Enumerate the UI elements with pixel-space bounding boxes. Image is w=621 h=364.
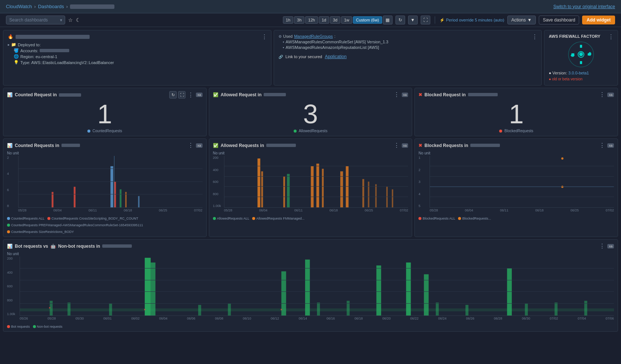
panel3-menu[interactable]: ⋮ — [607, 33, 615, 40]
metric-row: 📊 Counted Request in ↻ ⛶ ⋮ xa 1 CountedR… — [3, 88, 618, 136]
switch-interface-link[interactable]: Switch to your original interface — [553, 4, 615, 9]
beta-row: ● old or beta version — [549, 76, 613, 81]
fullscreen-btn[interactable]: ⛶ — [421, 16, 430, 24]
blocked-chart-actions: ⋮ xa — [598, 142, 614, 149]
counted-chart-menu-btn[interactable]: ⋮ — [187, 142, 194, 149]
counted-fullscreen-btn[interactable]: ⛶ — [178, 91, 186, 98]
blocked-bars-svg — [430, 156, 614, 207]
counted-icon: 📊 — [7, 92, 13, 97]
panel3-menu-btn[interactable]: ⋮ — [607, 33, 615, 40]
svg-rect-30 — [375, 184, 377, 207]
svg-rect-56 — [584, 301, 587, 315]
blocked-xa-badge: xa — [607, 93, 614, 97]
svg-rect-54 — [525, 304, 528, 315]
allowed-title: ✅ Allowed Request in — [213, 92, 286, 97]
time-btn-group: 1h 3h 12h 1d 3d 1w Custom (6w) ▦ — [283, 16, 393, 24]
allowed-request-metric: ✅ Allowed Request in ⋮ xa 3 AllowedReque… — [209, 88, 413, 136]
fire-icon: 🔥 — [8, 34, 13, 39]
actions-button[interactable]: Actions ▼ — [507, 16, 536, 24]
blocked-chart-panel: ✖ Blocked Requests in ⋮ xa No unit 5 4 3… — [414, 138, 618, 237]
accounts-blur — [40, 49, 69, 52]
cloudwatch-link[interactable]: CloudWatch — [6, 4, 32, 9]
svg-rect-16 — [120, 189, 121, 207]
allowed-value: 3 — [213, 100, 408, 127]
svg-rect-46 — [67, 303, 70, 315]
blocked-chart-subtitle: No unit — [418, 151, 614, 155]
counted-chart-header: 📊 Counted Requests in ⋮ xa — [7, 142, 203, 149]
svg-rect-36 — [145, 258, 151, 315]
allowed-chart-inner — [224, 156, 408, 208]
secured-link-row: 🔗 Link to your secured Application — [278, 54, 537, 59]
main-content: ⋮ 🔥 ▸ 📁 Deployed to: 🪣 Accounts: 🌐 Regio… — [0, 27, 621, 335]
counted-bars-svg — [19, 156, 203, 207]
allowed-x-labels: 05/28 06/04 06/11 06/18 06/25 07/02 — [224, 208, 408, 215]
panel1-menu[interactable]: ⋮ — [261, 33, 268, 40]
dashboards-link[interactable]: Dashboards — [38, 4, 64, 9]
svg-rect-37 — [151, 263, 156, 315]
allowed-chart-title: ✅ Allowed Requests in — [213, 143, 296, 148]
rule2-item: • AWSManagedRulesAmazonIpReputationList … — [278, 45, 537, 50]
toolbar-divider — [435, 16, 435, 24]
star-icon[interactable]: ☆ — [68, 17, 73, 23]
breadcrumb-sep1: › — [34, 4, 36, 9]
gear-icon-container: ⚙ — [549, 41, 613, 67]
blocked-chart-area: 5 4 3 2 1 — [418, 156, 614, 215]
counted-chart-panel: 📊 Counted Requests in ⋮ xa No unit 8 6 4… — [3, 138, 207, 237]
account-icon: 🪣 — [14, 48, 19, 53]
refresh-btn[interactable]: ↻ — [395, 16, 405, 24]
time-1w[interactable]: 1w — [341, 16, 352, 24]
accounts-item: 🪣 Accounts: — [8, 48, 267, 53]
toolbar-right: 1h 3h 12h 1d 3d 1w Custom (6w) ▦ ↻ ▼ ⛶ ⚡… — [283, 16, 615, 24]
blocked-chart-title: ✖ Blocked Requests in — [418, 143, 500, 148]
time-custom[interactable]: Custom (6w) — [353, 16, 382, 24]
blocked-menu-btn[interactable]: ⋮ — [598, 91, 606, 98]
rule1-item: • AWSManagedRulesCommonRuleSet [AWS] Ver… — [278, 40, 537, 44]
blocked-chart-inner — [430, 156, 614, 208]
time-1h[interactable]: 1h — [283, 16, 293, 24]
time-1d[interactable]: 1d — [319, 16, 329, 24]
bot-chart-actions: ⋮ xa — [598, 243, 614, 250]
counted-y-labels: 8 6 4 2 — [7, 156, 17, 208]
blocked-title-blur — [468, 93, 498, 96]
panel2-menu-btn[interactable]: ⋮ — [531, 33, 538, 40]
moon-icon[interactable]: ☾ — [76, 17, 81, 23]
bot-chart-inner — [20, 257, 614, 316]
allowed-chart-panel: ✅ Allowed Requests in ⋮ xa No unit 1.00k… — [209, 138, 413, 237]
allowed-chart-header: ✅ Allowed Requests in ⋮ xa — [213, 142, 408, 149]
counted-chart-icon: 📊 — [7, 143, 13, 148]
globe-icon: 🌐 — [14, 54, 19, 59]
counted-refresh-btn[interactable]: ↻ — [169, 91, 177, 98]
bot-chart-menu-btn[interactable]: ⋮ — [598, 243, 606, 250]
calendar-icon-btn[interactable]: ▦ — [383, 16, 393, 24]
time-12h[interactable]: 12h — [305, 16, 318, 24]
blocked-chart-menu-btn[interactable]: ⋮ — [598, 142, 606, 149]
search-input[interactable] — [6, 16, 65, 24]
blocked-x-icon: ✖ — [418, 92, 422, 97]
svg-rect-49 — [228, 304, 231, 315]
blocked-request-metric: ✖ Blocked Request in ⋮ xa 1 BlockedReque… — [414, 88, 618, 136]
allowed-chart-menu-btn[interactable]: ⋮ — [393, 142, 400, 149]
svg-point-58 — [144, 309, 146, 310]
panel2-menu[interactable]: ⋮ — [531, 33, 538, 40]
svg-rect-3 — [580, 45, 582, 48]
counted-xa-badge: xa — [196, 93, 203, 97]
svg-point-59 — [281, 309, 282, 310]
allowed-actions: ⋮ xa — [393, 91, 408, 98]
bot-chart-xa: xa — [607, 244, 614, 248]
time-3h[interactable]: 3h — [294, 16, 304, 24]
filter-btn[interactable]: ▼ — [408, 16, 418, 24]
allowed-chart-area: 1.00k 800 600 400 200 — [213, 156, 408, 215]
svg-rect-28 — [362, 179, 364, 207]
allowed-chart-subtitle: No unit — [213, 151, 408, 155]
allowed-legend-dot — [294, 130, 297, 133]
bot-chart-header: 📊 Bot requests vs 🤖 Non-bot requests in … — [7, 243, 614, 250]
add-widget-button[interactable]: Add widget — [582, 16, 615, 24]
panel1-menu-btn[interactable]: ⋮ — [261, 33, 268, 40]
counted-menu-btn[interactable]: ⋮ — [187, 91, 194, 98]
breadcrumb-sep2: › — [66, 4, 68, 9]
version-row: ● Version: 3.0.0-beta1 — [549, 70, 613, 76]
save-dashboard-button[interactable]: Save dashboard — [539, 16, 579, 24]
time-3d[interactable]: 3d — [330, 16, 340, 24]
allowed-menu-btn[interactable]: ⋮ — [393, 91, 400, 98]
dashboard-name-blur — [70, 4, 114, 9]
